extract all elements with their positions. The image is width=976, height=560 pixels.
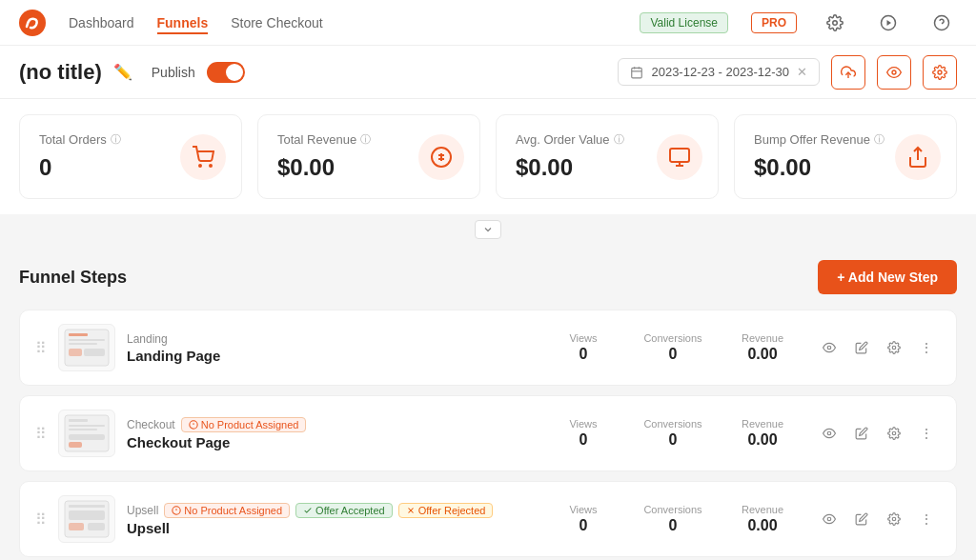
- svg-rect-26: [84, 349, 105, 356]
- monitor-icon: [657, 134, 702, 180]
- funnel-section: Funnel Steps + Add New Step ⠿ Landing La…: [0, 245, 976, 560]
- date-range-value: 2023-12-23 - 2023-12-30: [651, 65, 789, 79]
- drag-handle-landing[interactable]: ⠿: [35, 339, 47, 357]
- step-info-landing: Landing Landing Page: [127, 332, 539, 364]
- svg-point-11: [892, 70, 896, 74]
- step-settings-button-landing[interactable]: [880, 333, 908, 362]
- play-icon[interactable]: [873, 8, 904, 38]
- step-settings-button-upsell[interactable]: [880, 505, 908, 533]
- collapse-bar: [0, 214, 976, 245]
- drag-handle-checkout[interactable]: ⠿: [35, 425, 47, 443]
- cart-icon: [180, 134, 226, 180]
- settings-icon[interactable]: [820, 8, 850, 38]
- step-more-button-checkout[interactable]: ⋮: [912, 419, 941, 448]
- stat-card-total-revenue: Total Revenue ⓘ $0.00: [257, 114, 480, 199]
- top-nav: Dashboard Funnels Store Checkout Valid L…: [0, 0, 976, 46]
- date-range-picker[interactable]: 2023-12-23 - 2023-12-30 ✕: [618, 58, 820, 86]
- svg-rect-17: [670, 149, 689, 162]
- svg-point-50: [827, 517, 831, 521]
- nav-funnels[interactable]: Funnels: [157, 11, 209, 34]
- step-stat-views-checkout: Views 0: [550, 418, 617, 449]
- svg-point-13: [199, 165, 201, 167]
- funnel-settings-icon-btn[interactable]: [923, 55, 957, 90]
- bump-offer-info-icon[interactable]: ⓘ: [874, 132, 884, 147]
- preview-icon-btn[interactable]: [877, 55, 911, 90]
- svg-point-39: [892, 431, 896, 435]
- step-info-upsell: Upsell No Product Assigned Offer Accepte…: [127, 503, 539, 536]
- total-orders-info-icon[interactable]: ⓘ: [111, 132, 121, 147]
- svg-marker-3: [887, 20, 892, 26]
- upload-icon-btn[interactable]: [831, 55, 865, 90]
- step-stat-views-upsell: Views 0: [550, 504, 617, 534]
- step-info-checkout: Checkout No Product Assigned Checkout Pa…: [127, 417, 539, 450]
- svg-rect-23: [69, 339, 105, 341]
- add-new-step-button[interactable]: + Add New Step: [818, 260, 957, 294]
- avg-order-info-icon[interactable]: ⓘ: [614, 132, 624, 147]
- stat-card-bump-offer: Bump Offer Revenue ⓘ $0.00: [734, 114, 957, 199]
- svg-point-28: [892, 346, 896, 350]
- step-edit-button-upsell[interactable]: [847, 505, 876, 533]
- edit-title-icon[interactable]: ✏️: [113, 63, 132, 81]
- step-card-landing: ⠿ Landing Landing Page Views 0 Conversio…: [19, 310, 957, 386]
- svg-point-0: [19, 10, 46, 36]
- svg-point-12: [938, 70, 942, 74]
- svg-point-27: [827, 346, 831, 350]
- svg-rect-24: [69, 343, 97, 345]
- svg-rect-41: [69, 505, 105, 508]
- step-preview-button-landing[interactable]: [815, 333, 844, 362]
- nav-dashboard[interactable]: Dashboard: [69, 11, 134, 34]
- step-thumb-upsell: [58, 495, 115, 543]
- date-clear-icon[interactable]: ✕: [797, 65, 807, 79]
- collapse-button[interactable]: [475, 220, 501, 239]
- step-stat-conversions-landing: Conversions 0: [640, 332, 706, 363]
- publish-toggle[interactable]: [207, 62, 245, 83]
- step-name-landing: Landing Page: [127, 348, 539, 364]
- svg-rect-43: [69, 523, 84, 530]
- drag-handle-upsell[interactable]: ⠿: [35, 510, 47, 529]
- step-stat-revenue-checkout: Revenue 0.00: [729, 418, 796, 449]
- svg-rect-25: [69, 349, 82, 356]
- step-edit-button-checkout[interactable]: [847, 419, 876, 448]
- step-stat-conversions-upsell: Conversions 0: [640, 504, 706, 534]
- step-stat-revenue-landing: Revenue 0.00: [729, 332, 796, 363]
- step-card-checkout: ⠿ Checkout No Product Assigned Checkout …: [19, 395, 957, 471]
- svg-rect-42: [69, 510, 105, 520]
- total-revenue-info-icon[interactable]: ⓘ: [360, 132, 371, 147]
- step-more-button-landing[interactable]: ⋮: [912, 333, 941, 362]
- app-logo: [19, 10, 46, 36]
- svg-rect-22: [69, 333, 88, 336]
- svg-rect-31: [69, 425, 105, 427]
- pro-badge: PRO: [751, 12, 797, 33]
- svg-rect-6: [632, 68, 642, 78]
- step-thumb-checkout: [58, 410, 115, 457]
- step-stats-upsell: Views 0 Conversions 0 Revenue 0.00: [550, 504, 796, 534]
- step-edit-button-landing[interactable]: [847, 333, 876, 362]
- page-title: (no title): [19, 60, 102, 85]
- funnel-steps-title: Funnel Steps: [19, 268, 127, 288]
- step-stat-revenue-upsell: Revenue 0.00: [729, 504, 796, 534]
- stats-grid: Total Orders ⓘ 0 Total Revenue ⓘ $0.00 A…: [19, 114, 957, 199]
- stats-section: Total Orders ⓘ 0 Total Revenue ⓘ $0.00 A…: [0, 99, 976, 214]
- step-stats-landing: Views 0 Conversions 0 Revenue 0.00: [550, 332, 796, 363]
- step-actions-landing: ⋮: [815, 333, 941, 362]
- svg-point-14: [210, 165, 212, 167]
- svg-point-38: [827, 431, 831, 435]
- step-more-button-upsell[interactable]: ⋮: [912, 505, 941, 533]
- funnel-header: Funnel Steps + Add New Step: [19, 260, 957, 294]
- svg-point-51: [892, 517, 896, 521]
- share-icon: [895, 134, 941, 180]
- step-preview-button-upsell[interactable]: [815, 505, 844, 533]
- step-card-upsell: ⠿ Upsell No Product Assigned Offer Accep…: [19, 481, 957, 557]
- step-settings-button-checkout[interactable]: [880, 419, 908, 448]
- step-thumb-landing: [58, 324, 115, 371]
- step-actions-upsell: ⋮: [815, 505, 941, 533]
- stat-card-total-orders: Total Orders ⓘ 0: [19, 114, 242, 199]
- step-name-checkout: Checkout Page: [127, 434, 539, 450]
- help-icon[interactable]: [926, 8, 957, 38]
- nav-store-checkout[interactable]: Store Checkout: [231, 11, 323, 34]
- subheader: (no title) ✏️ Publish 2023-12-23 - 2023-…: [0, 46, 976, 99]
- dollar-icon: [418, 134, 464, 180]
- svg-rect-33: [69, 434, 105, 440]
- step-preview-button-checkout[interactable]: [815, 419, 844, 448]
- step-type-checkout: Checkout No Product Assigned: [127, 417, 539, 432]
